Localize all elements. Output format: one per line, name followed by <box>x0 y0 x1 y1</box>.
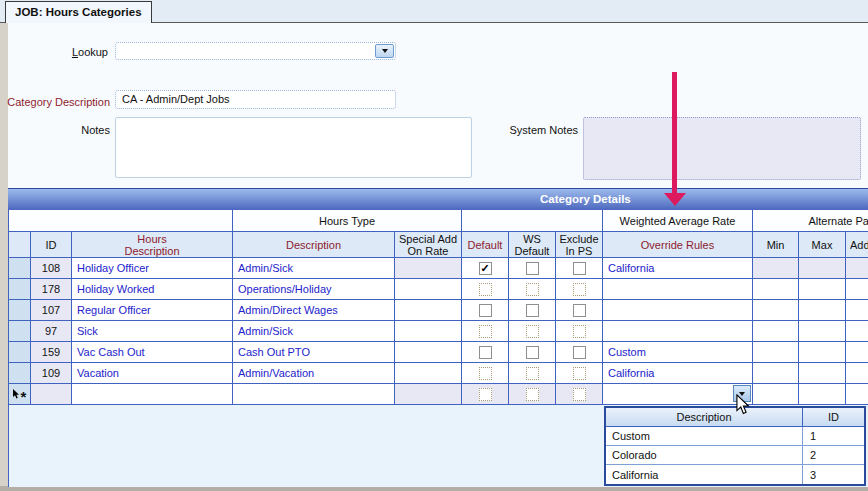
cell-add[interactable] <box>846 279 868 300</box>
cell-override-rules[interactable]: California <box>603 363 753 384</box>
cell-add[interactable] <box>846 342 868 363</box>
cell-special-add-on-rate[interactable] <box>395 363 462 384</box>
cell-hours-description[interactable]: Vac Cash Out <box>72 342 233 363</box>
option-description: Colorado <box>606 446 803 464</box>
new-cell-hours-description[interactable] <box>72 384 233 405</box>
row-selector[interactable] <box>9 279 31 300</box>
ws-default-checkbox[interactable] <box>526 283 539 296</box>
cell-max[interactable] <box>799 279 846 300</box>
lookup-dropdown-button[interactable] <box>375 44 394 58</box>
row-selector[interactable] <box>9 342 31 363</box>
ws-default-checkbox[interactable] <box>526 325 539 338</box>
mouse-cursor-icon <box>736 394 750 415</box>
tab-job-hours-categories[interactable]: JOB: Hours Categories <box>5 1 152 23</box>
row-selector[interactable] <box>9 363 31 384</box>
default-checkbox[interactable] <box>479 283 492 296</box>
dropdown-option[interactable]: California3 <box>606 465 864 484</box>
row-selector[interactable] <box>9 321 31 342</box>
cell-add[interactable] <box>846 258 868 279</box>
cell-description[interactable]: Admin/Direct Wages <box>233 300 395 321</box>
default-checkbox[interactable]: ✓ <box>479 262 492 275</box>
dropdown-header-id: ID <box>803 408 864 426</box>
cell-max[interactable] <box>799 321 846 342</box>
cell-special-add-on-rate[interactable] <box>395 342 462 363</box>
option-id: 1 <box>803 427 864 445</box>
cell-override-rules[interactable]: California <box>603 258 753 279</box>
cell-override-rules[interactable] <box>603 321 753 342</box>
cell-min[interactable] <box>753 363 799 384</box>
cell-min[interactable] <box>753 279 799 300</box>
new-cell-description[interactable] <box>233 384 395 405</box>
cell-special-add-on-rate[interactable] <box>395 300 462 321</box>
exclude-in-ps-checkbox[interactable] <box>573 304 586 317</box>
option-id: 3 <box>803 465 864 484</box>
cell-description[interactable]: Cash Out PTO <box>233 342 395 363</box>
cell-id: 109 <box>31 363 72 384</box>
cell-add[interactable] <box>846 300 868 321</box>
cell-special-add-on-rate[interactable] <box>395 321 462 342</box>
category-description-label: Category Description <box>2 95 110 109</box>
default-checkbox[interactable] <box>479 367 492 380</box>
cell-min[interactable] <box>753 321 799 342</box>
cell-min[interactable] <box>753 258 799 279</box>
cell-override-rules[interactable]: Custom <box>603 342 753 363</box>
option-description: California <box>606 465 803 484</box>
exclude-in-ps-checkbox[interactable] <box>573 367 586 380</box>
dropdown-option[interactable]: Custom1 <box>606 427 864 446</box>
cell-description[interactable]: Admin/Sick <box>233 321 395 342</box>
ws-default-checkbox[interactable] <box>526 346 539 359</box>
cell-add[interactable] <box>846 321 868 342</box>
exclude-in-ps-checkbox[interactable] <box>573 346 586 359</box>
cell-special-add-on-rate[interactable] <box>395 258 462 279</box>
cell-special-add-on-rate[interactable] <box>395 279 462 300</box>
cell-min[interactable] <box>753 342 799 363</box>
cell-max[interactable] <box>799 363 846 384</box>
cell-description[interactable]: Admin/Sick <box>233 258 395 279</box>
header-ws-default: WS Default <box>509 232 556 258</box>
cell-hours-description[interactable]: Regular Officer <box>72 300 233 321</box>
chevron-down-icon <box>382 49 388 53</box>
group-header-row: Hours Type Weighted Average Rate Alterna… <box>8 210 868 232</box>
cell-hours-description[interactable]: Holiday Officer <box>72 258 233 279</box>
ws-default-checkbox[interactable] <box>526 262 539 275</box>
default-checkbox[interactable] <box>479 325 492 338</box>
new-cell-ws-default <box>509 384 556 405</box>
cell-add[interactable] <box>846 363 868 384</box>
new-cell-min[interactable] <box>753 384 799 405</box>
row-selector[interactable] <box>9 300 31 321</box>
default-checkbox[interactable] <box>479 304 492 317</box>
row-selector[interactable] <box>9 258 31 279</box>
exclude-in-ps-checkbox[interactable] <box>573 262 586 275</box>
new-cell-override-rules[interactable] <box>603 384 753 405</box>
notes-textarea[interactable] <box>115 117 472 178</box>
lookup-combobox[interactable] <box>115 42 396 60</box>
exclude-in-ps-checkbox[interactable] <box>573 388 586 401</box>
new-record-asterisk: * <box>21 386 27 402</box>
cell-description[interactable]: Operations/Holiday <box>233 279 395 300</box>
new-cell-add[interactable] <box>846 384 868 405</box>
new-cell-special-add-on-rate[interactable] <box>395 384 462 405</box>
ws-default-checkbox[interactable] <box>526 388 539 401</box>
cell-max[interactable] <box>799 342 846 363</box>
cell-description[interactable]: Admin/Vacation <box>233 363 395 384</box>
cell-min[interactable] <box>753 300 799 321</box>
new-cell-max[interactable] <box>799 384 846 405</box>
new-row-selector[interactable]: * <box>9 384 31 405</box>
cell-override-rules[interactable] <box>603 279 753 300</box>
cell-max[interactable] <box>799 300 846 321</box>
ws-default-checkbox[interactable] <box>526 304 539 317</box>
default-checkbox[interactable] <box>479 388 492 401</box>
category-description-field[interactable]: CA - Admin/Dept Jobs <box>115 90 396 109</box>
header-max: Max <box>799 232 846 258</box>
exclude-in-ps-checkbox[interactable] <box>573 325 586 338</box>
cell-hours-description[interactable]: Holiday Worked <box>72 279 233 300</box>
option-id: 2 <box>803 446 864 464</box>
ws-default-checkbox[interactable] <box>526 367 539 380</box>
exclude-in-ps-checkbox[interactable] <box>573 283 586 296</box>
cell-max[interactable] <box>799 258 846 279</box>
cell-override-rules[interactable] <box>603 300 753 321</box>
default-checkbox[interactable] <box>479 346 492 359</box>
dropdown-option[interactable]: Colorado2 <box>606 446 864 465</box>
cell-hours-description[interactable]: Sick <box>72 321 233 342</box>
cell-hours-description[interactable]: Vacation <box>72 363 233 384</box>
